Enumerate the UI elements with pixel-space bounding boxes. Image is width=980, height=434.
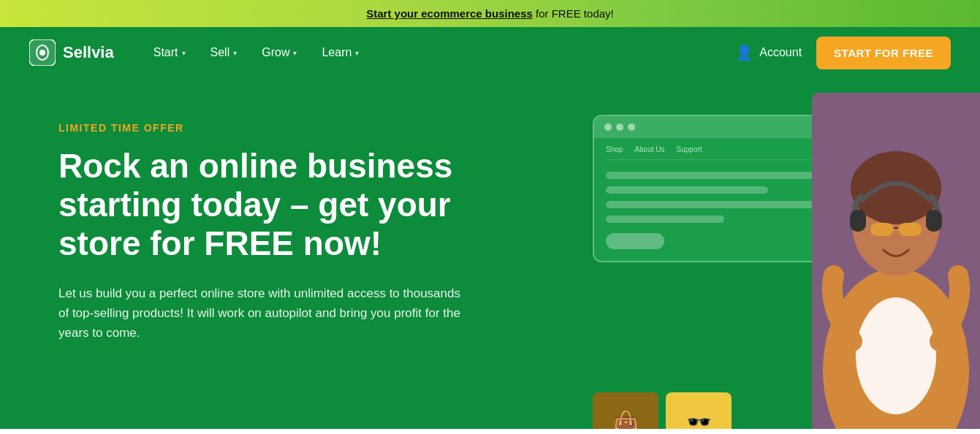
- mock-line-3: [606, 201, 842, 208]
- person-photo: [812, 93, 980, 429]
- nav-start[interactable]: Start ▾: [143, 40, 196, 65]
- browser-nav-about: About Us: [634, 145, 664, 153]
- nav-grow-chevron: ▾: [293, 49, 297, 57]
- account-icon: 👤: [735, 44, 753, 61]
- browser-nav-shop: Shop: [606, 145, 623, 153]
- svg-rect-11: [898, 223, 922, 236]
- banner-text-after: for FREE today!: [533, 7, 614, 20]
- browser-dot-3: [628, 123, 635, 131]
- nav-learn[interactable]: Learn ▾: [311, 40, 369, 65]
- hero-section: LIMITED TIME OFFER Rock an online busine…: [0, 78, 980, 429]
- limited-offer-label: LIMITED TIME OFFER: [58, 122, 512, 134]
- browser-nav-support: Support: [677, 145, 702, 153]
- nav-sell-label: Sell: [210, 46, 230, 59]
- mock-line-4: [606, 216, 724, 223]
- product-thumb-glasses: 🕶️: [666, 392, 732, 429]
- browser-dot-1: [604, 123, 612, 131]
- belt-icon: 👜: [593, 392, 658, 429]
- product-thumb-belt: 👜: [593, 392, 658, 429]
- glasses-icon: 🕶️: [666, 392, 732, 429]
- nav-learn-label: Learn: [322, 46, 352, 59]
- nav-grow-label: Grow: [262, 46, 289, 59]
- hero-title: Rock an online business starting today –…: [58, 147, 512, 263]
- banner-link[interactable]: Start your ecommerce business: [366, 7, 533, 20]
- nav-learn-chevron: ▾: [355, 49, 359, 57]
- nav-start-label: Start: [153, 46, 178, 59]
- svg-point-1: [39, 50, 45, 56]
- hero-image-area: Shop About Us Support 👜 🕶️: [571, 93, 980, 429]
- svg-rect-10: [870, 223, 894, 236]
- start-for-free-button[interactable]: START FOR FREE: [816, 37, 951, 69]
- svg-point-5: [856, 297, 936, 414]
- header-right: 👤 Account START FOR FREE: [735, 37, 951, 69]
- account-button[interactable]: 👤 Account: [735, 44, 802, 61]
- logo[interactable]: Sellvia: [29, 39, 114, 66]
- person-svg: [812, 93, 980, 429]
- logo-text: Sellvia: [63, 43, 114, 62]
- product-thumbnails: 👜 🕶️: [593, 392, 732, 429]
- mock-line-2: [606, 186, 768, 194]
- account-label: Account: [759, 46, 802, 59]
- svg-rect-8: [850, 210, 866, 232]
- top-banner: Start your ecommerce business for FREE t…: [0, 0, 980, 27]
- person-silhouette: [812, 93, 980, 429]
- browser-dot-2: [616, 123, 623, 131]
- nav-grow[interactable]: Grow ▾: [251, 40, 307, 65]
- nav-start-chevron: ▾: [182, 49, 186, 57]
- nav-sell-chevron: ▾: [233, 49, 237, 57]
- header: Sellvia Start ▾ Sell ▾ Grow ▾ Learn ▾ 👤 …: [0, 27, 980, 78]
- mock-line-1: [606, 172, 842, 179]
- hero-subtitle: Let us build you a perfect online store …: [58, 283, 468, 343]
- nav-sell[interactable]: Sell ▾: [200, 40, 248, 65]
- hero-content: LIMITED TIME OFFER Rock an online busine…: [58, 115, 512, 343]
- svg-rect-9: [926, 210, 942, 232]
- main-nav: Start ▾ Sell ▾ Grow ▾ Learn ▾: [143, 40, 736, 65]
- logo-icon: [29, 39, 56, 66]
- mock-button: [606, 233, 664, 249]
